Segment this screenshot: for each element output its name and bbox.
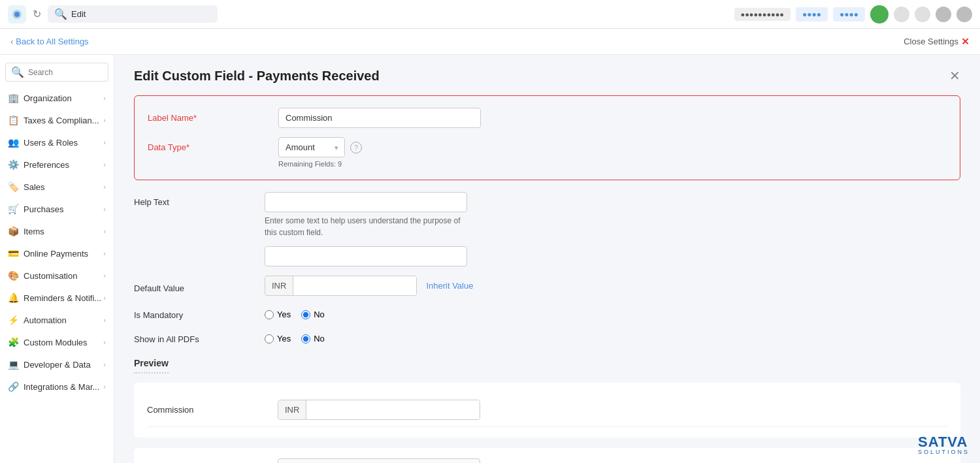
content-area: Edit Custom Field - Payments Received ✕ … bbox=[114, 55, 980, 463]
api-section: API Field Name cf_commission Use this pl… bbox=[134, 448, 960, 463]
sidebar-item-sales[interactable]: 🏷️ Sales › bbox=[0, 176, 114, 198]
help-text-row: Help Text Enter some text to help users … bbox=[134, 192, 960, 238]
sidebar-item-integrations[interactable]: 🔗 Integrations & Mar... › bbox=[0, 375, 114, 398]
default-value-label: Default Value bbox=[134, 278, 265, 293]
back-link[interactable]: ‹ Back to All Settings bbox=[10, 37, 89, 46]
preview-input[interactable] bbox=[306, 400, 480, 419]
custom-modules-icon: 🧩 bbox=[8, 337, 18, 347]
online-payments-icon: 💳 bbox=[8, 248, 18, 259]
show-in-pdfs-no-radio[interactable] bbox=[301, 334, 310, 343]
chevron-right-icon: › bbox=[103, 360, 106, 368]
sales-icon: 🏷️ bbox=[8, 182, 18, 192]
nav-icon-2 bbox=[915, 7, 930, 22]
input-format-row bbox=[134, 246, 960, 266]
sidebar-item-automation[interactable]: ⚡ Automation › bbox=[0, 309, 114, 331]
close-x-icon: ✕ bbox=[961, 36, 970, 48]
page-header: Edit Custom Field - Payments Received ✕ bbox=[134, 68, 960, 84]
integrations-icon: 🔗 bbox=[8, 381, 18, 392]
refresh-icon[interactable]: ↻ bbox=[33, 8, 41, 20]
sidebar-item-custom-modules[interactable]: 🧩 Custom Modules › bbox=[0, 331, 114, 353]
nav-icon-3 bbox=[956, 7, 972, 22]
sidebar-item-organization[interactable]: 🏢 Organization › bbox=[0, 87, 114, 109]
sidebar-search-icon: 🔍 bbox=[11, 66, 24, 78]
label-name-label: Label Name* bbox=[148, 108, 278, 123]
sidebar-item-reminders[interactable]: 🔔 Reminders & Notifi... › bbox=[0, 287, 114, 309]
preferences-icon: ⚙️ bbox=[8, 159, 18, 170]
sidebar-item-online-payments[interactable]: 💳 Online Payments › bbox=[0, 242, 114, 264]
sidebar-item-purchases[interactable]: 🛒 Purchases › bbox=[0, 198, 114, 220]
chevron-right-icon: › bbox=[103, 316, 106, 324]
search-icon: 🔍 bbox=[54, 8, 67, 20]
navbar-search-box[interactable]: 🔍 bbox=[48, 5, 218, 23]
back-bar: ‹ Back to All Settings Close Settings ✕ bbox=[0, 29, 980, 55]
customisation-icon: 🎨 bbox=[8, 270, 18, 281]
chevron-right-icon: › bbox=[103, 227, 106, 235]
show-in-pdfs-label: Show in All PDFs bbox=[134, 329, 265, 344]
chevron-right-icon: › bbox=[103, 161, 106, 168]
input-format-input[interactable] bbox=[265, 246, 467, 266]
nav-button-3[interactable]: ●●●● bbox=[833, 7, 865, 22]
back-chevron-icon: ‹ bbox=[10, 37, 13, 46]
sidebar-item-preferences[interactable]: ⚙️ Preferences › bbox=[0, 153, 114, 176]
chevron-right-icon: › bbox=[103, 205, 106, 213]
help-text-hint: Enter some text to help users understand… bbox=[265, 215, 467, 238]
preview-row: Commission INR bbox=[147, 393, 947, 427]
show-in-pdfs-radio-group: Yes No bbox=[265, 330, 325, 343]
data-type-help-icon[interactable]: ? bbox=[350, 142, 362, 153]
show-in-pdfs-no-option[interactable]: No bbox=[301, 334, 325, 343]
items-icon: 📦 bbox=[8, 226, 18, 236]
sidebar-item-developer-data[interactable]: 💻 Developer & Data › bbox=[0, 353, 114, 375]
automation-icon: ⚡ bbox=[8, 315, 18, 325]
input-format-label bbox=[134, 246, 265, 251]
help-text-input[interactable] bbox=[265, 192, 467, 212]
app-logo bbox=[8, 5, 26, 24]
nav-button-2[interactable]: ●●●● bbox=[796, 7, 828, 22]
sidebar-item-customisation[interactable]: 🎨 Customisation › bbox=[0, 264, 114, 287]
show-in-pdfs-yes-radio[interactable] bbox=[265, 334, 274, 343]
chevron-right-icon: › bbox=[103, 338, 106, 346]
default-value-input[interactable] bbox=[293, 276, 416, 295]
preview-currency: INR bbox=[278, 400, 306, 419]
chevron-right-icon: › bbox=[103, 272, 106, 279]
show-in-pdfs-row: Show in All PDFs Yes No bbox=[134, 329, 960, 344]
required-section: Label Name* Data Type* Amount Text Numbe… bbox=[134, 95, 960, 180]
navbar: ↻ 🔍 ●●●●●●●●●● ●●●● ●●●● bbox=[0, 0, 980, 29]
sidebar-item-items[interactable]: 📦 Items › bbox=[0, 220, 114, 242]
preview-title: Preview bbox=[134, 358, 169, 374]
sidebar-search-box[interactable]: 🔍 bbox=[5, 63, 108, 82]
preview-section: Preview Commission INR bbox=[134, 357, 960, 438]
chevron-right-icon: › bbox=[103, 94, 106, 102]
api-row: API Field Name cf_commission Use this pl… bbox=[147, 458, 947, 463]
sidebar-item-users-roles[interactable]: 👥 Users & Roles › bbox=[0, 131, 114, 153]
chevron-right-icon: › bbox=[103, 294, 106, 302]
is-mandatory-radio-group: Yes No bbox=[265, 306, 325, 319]
is-mandatory-yes-radio[interactable] bbox=[265, 310, 274, 319]
close-settings-button[interactable]: Close Settings ✕ bbox=[904, 36, 970, 48]
preview-field-label: Commission bbox=[147, 405, 278, 415]
users-icon: 👥 bbox=[8, 137, 18, 148]
avatar bbox=[870, 5, 889, 24]
is-mandatory-no-radio[interactable] bbox=[301, 310, 310, 319]
sidebar-search-input[interactable] bbox=[28, 68, 103, 77]
show-in-pdfs-yes-option[interactable]: Yes bbox=[265, 334, 291, 343]
is-mandatory-yes-option[interactable]: Yes bbox=[265, 310, 291, 319]
remaining-fields-label: Remaining Fields: 9 bbox=[278, 160, 947, 168]
nav-icon-1 bbox=[894, 7, 909, 22]
navbar-search-input[interactable] bbox=[71, 9, 211, 19]
data-type-select[interactable]: Amount Text Number Date Dropdown bbox=[278, 137, 345, 157]
is-mandatory-label: Is Mandatory bbox=[134, 305, 265, 320]
chevron-right-icon: › bbox=[103, 183, 106, 191]
nav-button-1[interactable]: ●●●●●●●●●● bbox=[734, 8, 791, 21]
preview-input-wrapper: INR bbox=[278, 400, 480, 420]
label-name-input[interactable] bbox=[278, 108, 481, 128]
close-modal-button[interactable]: ✕ bbox=[949, 68, 960, 84]
inherit-value-link[interactable]: Inherit Value bbox=[426, 281, 473, 291]
navbar-right: ●●●●●●●●●● ●●●● ●●●● bbox=[734, 5, 972, 24]
default-value-row: Default Value INR Inherit Value bbox=[134, 276, 960, 296]
chevron-right-icon: › bbox=[103, 249, 106, 257]
organization-icon: 🏢 bbox=[8, 93, 18, 103]
is-mandatory-no-option[interactable]: No bbox=[301, 310, 325, 319]
sidebar-item-taxes[interactable]: 📋 Taxes & Complian... › bbox=[0, 109, 114, 131]
label-name-row: Label Name* bbox=[148, 108, 947, 128]
api-field-name-value: cf_commission bbox=[278, 458, 480, 463]
